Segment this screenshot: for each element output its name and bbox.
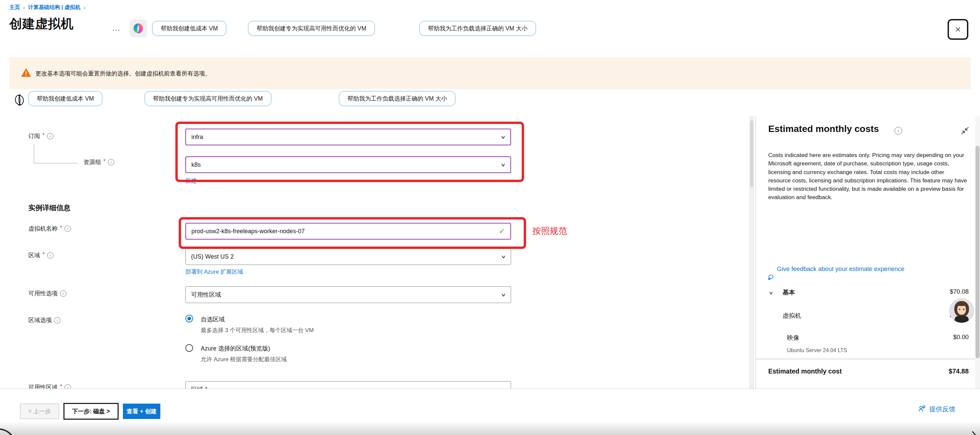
suggestion-low-cost-vm-button-2[interactable]: 帮助我创建低成本 VM xyxy=(28,91,103,106)
provide-feedback-link[interactable]: 提供反馈 xyxy=(929,405,955,414)
review-create-button[interactable]: 查看 + 创建 xyxy=(123,403,160,419)
suggestion-right-size-button-2[interactable]: 帮助我为工作负载选择正确的 VM 大小 xyxy=(339,91,456,106)
cost-group-value: $70.08 xyxy=(902,288,969,295)
instance-details-heading: 实例详细信息 xyxy=(29,203,70,212)
annotation-note: 按照规范 xyxy=(533,225,567,237)
close-button[interactable]: × xyxy=(948,19,968,40)
zone-options-label: 区域选项 i xyxy=(29,316,60,324)
group-expand-chevron-icon[interactable]: ∨ xyxy=(768,290,773,296)
region-select[interactable]: (US) West US 2 ∨ xyxy=(185,248,511,265)
radio-azure-selected-zones[interactable] xyxy=(185,344,193,352)
radio-azure-selected-zones-desc: 允许 Azure 根据需要分配最佳区域 xyxy=(201,355,287,363)
cost-item-label: 映像 xyxy=(787,333,799,342)
cost-item-sub: Ubuntu Server 24.04 LTS xyxy=(787,347,847,354)
collapse-panel-icon[interactable] xyxy=(961,126,969,135)
availability-options-select[interactable]: 可用性区域 ∨ xyxy=(185,286,511,303)
panel-scrollbar-thumb[interactable] xyxy=(976,146,979,358)
radio-azure-selected-zones-label: Azure 选择的区域(预览版) xyxy=(201,344,270,352)
subscription-label: 订阅 * i xyxy=(29,132,53,140)
copilot-chip-button[interactable] xyxy=(130,19,147,37)
chevron-down-icon: ∨ xyxy=(501,292,506,298)
required-mark: * xyxy=(43,132,45,139)
required-mark: * xyxy=(43,251,45,258)
info-icon[interactable]: i xyxy=(54,317,60,323)
suggestion-high-availability-button[interactable]: 帮助我创建专为实现高可用性而优化的 VM xyxy=(248,21,375,36)
warning-text: 更改基本选项可能会重置所做的选择。创建虚拟机前查看所有选项。 xyxy=(35,70,211,78)
close-icon: × xyxy=(955,24,961,35)
suggestion-right-size-button[interactable]: 帮助我为工作负载选择正确的 VM 大小 xyxy=(419,21,536,36)
copilot-outline-icon[interactable] xyxy=(13,94,25,106)
suggestion-low-cost-vm-button[interactable]: 帮助我创建低成本 VM xyxy=(152,21,226,36)
panel-divider xyxy=(756,116,756,389)
page-title: 创建虚拟机 xyxy=(10,15,74,32)
next-step-disks-button[interactable]: 下一步: 磁盘 > xyxy=(64,403,119,420)
cost-item-value: $0.00 xyxy=(902,333,969,341)
cost-group-label: 基本 xyxy=(783,288,795,296)
previous-step-button[interactable]: < 上一步 xyxy=(20,403,59,419)
breadcrumb-separator-icon: › xyxy=(81,4,89,11)
cost-total-divider xyxy=(756,359,980,359)
breadcrumb-separator-icon: › xyxy=(20,4,28,11)
chevron-down-icon: ∨ xyxy=(501,254,506,260)
feedback-bubbles-icon xyxy=(768,273,775,280)
valid-check-icon: ✓ xyxy=(499,227,505,236)
vm-name-input[interactable]: prod-usw2-k8s-freeleaps-worker-nodes-07 … xyxy=(185,223,511,239)
cost-total-value: $74.88 xyxy=(902,368,969,375)
tree-connector-horizontal xyxy=(34,163,78,163)
subscription-select[interactable]: infra ∨ xyxy=(185,129,511,145)
breadcrumb-vm-link[interactable]: 计算基础结构 | 虚拟机 xyxy=(28,4,81,11)
info-icon[interactable]: i xyxy=(47,252,53,258)
cost-total-label: Estimated monthly cost xyxy=(768,368,842,375)
info-icon[interactable]: i xyxy=(108,159,114,166)
breadcrumb-home-link[interactable]: 主页 xyxy=(10,4,20,11)
availability-options-label: 可用性选项 i xyxy=(29,289,67,297)
warning-icon xyxy=(21,69,31,77)
breadcrumb: 主页 › 计算基础结构 | 虚拟机 › xyxy=(10,4,89,11)
more-options-button[interactable]: … xyxy=(112,23,121,33)
resource-group-select[interactable]: k8s ∨ xyxy=(185,156,511,173)
info-icon[interactable]: i xyxy=(60,290,67,297)
vm-name-label: 虚拟机名称 * i xyxy=(29,225,71,233)
cost-item-label: 虚拟机 xyxy=(783,311,801,320)
footer: < 上一步 下一步: 磁盘 > 查看 + 创建 提供反馈 xyxy=(0,389,980,435)
cost-panel-title: Estimated monthly costs xyxy=(768,124,879,134)
chevron-down-icon: ∨ xyxy=(500,162,506,168)
info-icon[interactable]: i xyxy=(64,226,71,232)
avatar[interactable] xyxy=(949,298,974,323)
estimate-feedback-link[interactable]: Give feedback about your estimate experi… xyxy=(777,265,969,273)
chevron-down-icon: ∨ xyxy=(500,134,506,140)
main-scrollbar-thumb[interactable] xyxy=(750,120,753,187)
suggestion-high-availability-button-2[interactable]: 帮助我创建专为实现高可用性而优化的 VM xyxy=(144,91,272,106)
info-icon[interactable]: i xyxy=(894,127,902,135)
radio-self-selected-zones[interactable] xyxy=(185,315,193,322)
deploy-extended-zone-link[interactable]: 部署到 Azure 扩展区域 xyxy=(185,268,243,276)
resource-group-label: 资源组 * i xyxy=(83,158,114,166)
bottom-shadow xyxy=(0,421,980,435)
create-vm-page: 主页 › 计算基础结构 | 虚拟机 › 创建虚拟机 … 帮助我创建低成本 xyxy=(0,0,980,435)
main-scrollbar-track[interactable] xyxy=(749,116,754,389)
create-new-resource-group-link[interactable]: 新建 xyxy=(185,177,197,185)
required-mark: * xyxy=(103,158,106,165)
panel-scrollbar-track[interactable] xyxy=(975,116,980,389)
info-icon[interactable]: i xyxy=(47,133,53,139)
copilot-logo-icon xyxy=(132,22,144,34)
tree-connector-vertical xyxy=(34,143,34,163)
warning-banner: 更改基本选项可能会重置所做的选择。创建虚拟机前查看所有选项。 xyxy=(10,57,970,89)
required-mark: * xyxy=(60,225,62,231)
radio-self-selected-zones-label: 自选区域 xyxy=(201,315,225,323)
cost-panel-description: Costs indicated here are estimates only.… xyxy=(768,151,967,202)
region-label: 区域 * i xyxy=(29,251,53,259)
feedback-person-icon xyxy=(918,405,926,413)
radio-self-selected-zones-desc: 最多选择 3 个可用性区域，每个区域一台 VM xyxy=(201,327,313,334)
